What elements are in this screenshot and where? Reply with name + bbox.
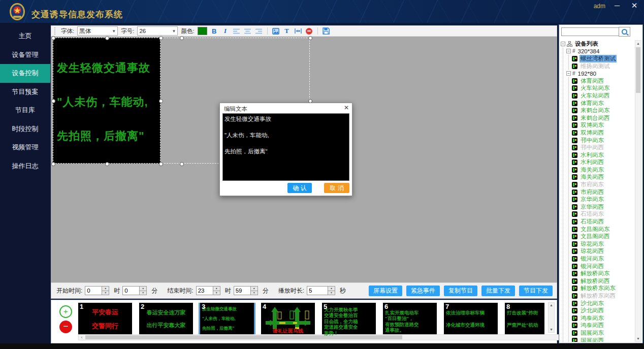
hscroll-thumb[interactable] [85, 335, 402, 339]
device-name[interactable]: 国展岗东 [579, 329, 605, 337]
cancel-button[interactable]: 取 消 [324, 183, 349, 193]
action-button-4[interactable]: 节目下发 [519, 285, 553, 296]
program-thumb-7[interactable]: 7依法治理非标车辆净化城市交通环境 [444, 303, 498, 335]
device-name[interactable]: 琼花岗东 [579, 240, 605, 248]
device-item[interactable]: 水利岗东 [572, 151, 634, 159]
resize-handle[interactable] [308, 36, 312, 40]
spin-up-icon[interactable]: ▲ [251, 287, 257, 291]
scroll-left-icon[interactable]: ‹ [79, 335, 85, 340]
device-name[interactable]: 火车站岗东 [579, 84, 611, 92]
duration-stepper[interactable]: ▲▼ [307, 286, 335, 295]
device-name[interactable]: 水利岗西 [579, 158, 605, 166]
device-item[interactable]: 石塔岗西 [572, 218, 634, 226]
device-name[interactable]: 邗中岗东 [579, 137, 605, 144]
device-item[interactable]: 火车站岗西 [572, 92, 634, 100]
action-button-1[interactable]: 紧急事件 [406, 285, 440, 296]
remove-program-button[interactable]: − [59, 321, 72, 333]
device-name[interactable]: 体育岗东 [579, 100, 605, 107]
device-name[interactable]: 鸿泰岗东 [579, 314, 605, 322]
align-center-icon[interactable] [244, 27, 252, 35]
fit-width-icon[interactable] [294, 27, 302, 35]
device-name[interactable]: 石塔岗东 [579, 210, 605, 218]
spin-down-icon[interactable]: ▼ [251, 291, 257, 295]
resize-handle[interactable] [159, 162, 163, 166]
bold-button[interactable]: B [210, 27, 218, 35]
device-item[interactable]: 沙北岗西 [572, 307, 634, 314]
end-min-input[interactable] [234, 286, 250, 295]
resize-handle[interactable] [180, 36, 184, 40]
device-item[interactable]: 解放桥岗东 [572, 270, 634, 277]
resize-handle[interactable] [159, 99, 163, 103]
device-name[interactable]: 体育岗西 [579, 77, 605, 85]
device-name[interactable]: 来鹤台岗西 [579, 114, 611, 122]
device-item[interactable]: 国展岗东 [572, 329, 634, 337]
scroll-down-icon[interactable]: ▼ [549, 327, 554, 332]
device-item[interactable]: 来鹤台岗东 [572, 107, 634, 114]
device-item[interactable]: 银河岗东 [572, 255, 634, 263]
device-item[interactable]: 邗中岗东 [572, 137, 634, 144]
device-name[interactable]: 文昌阁岗东 [579, 226, 611, 233]
action-button-3[interactable]: 批量下发 [481, 285, 515, 296]
sidebar-item-video-mgmt[interactable]: 视频管理 [0, 138, 50, 157]
spin-up-icon[interactable]: ▲ [213, 287, 220, 291]
italic-button[interactable]: I [221, 27, 230, 35]
resize-handle[interactable] [51, 36, 55, 40]
device-item[interactable]: 水利岗西 [572, 159, 634, 167]
device-item[interactable]: 琼花岗东 [572, 240, 634, 248]
device-name[interactable]: 双博岗东 [579, 121, 605, 129]
program-thumb-2[interactable]: 2春运安全连万家出行平安靠大家 [139, 303, 193, 335]
align-left-icon[interactable] [233, 27, 241, 35]
device-item[interactable]: 市府岗西 [572, 188, 634, 196]
minimize-button[interactable]: ─ [611, 1, 623, 10]
tree-root[interactable]: −设备列表 [561, 40, 634, 48]
device-name[interactable]: 京华岗东 [579, 196, 605, 203]
device-name[interactable]: 解放桥东岗西 [579, 292, 617, 300]
sidebar-item-device-ctrl[interactable]: 设备控制 [0, 64, 50, 83]
duration-input[interactable] [307, 286, 328, 295]
device-name[interactable]: 双博岗西 [579, 129, 605, 137]
end-hour-input[interactable] [196, 286, 213, 295]
device-search-button[interactable] [619, 27, 630, 37]
program-thumb-5[interactable]: 5大力开展秋冬季交通安全整治百日会战，全力稳定道路交通安全形势！ [322, 303, 376, 335]
insert-image-icon[interactable] [272, 27, 280, 35]
device-name[interactable]: 解放桥岗东 [579, 270, 611, 277]
device-item[interactable]: 文昌阁岗西 [572, 233, 634, 240]
thumbnails-vscrollbar[interactable]: ▲ ▼ [548, 302, 555, 333]
scroll-down-icon[interactable]: ▼ [635, 336, 641, 341]
device-name[interactable]: 沙北岗西 [579, 307, 605, 314]
device-item[interactable]: 来鹤台岗西 [572, 114, 634, 122]
device-name[interactable]: 琼花岗西 [579, 247, 605, 255]
end-min-stepper[interactable]: ▲▼ [234, 286, 258, 295]
device-name[interactable]: 银河岗西 [579, 263, 605, 270]
device-item[interactable]: 体育岗西 [572, 77, 634, 85]
device-name[interactable]: 来鹤台岗东 [579, 107, 611, 114]
sidebar-item-op-log[interactable]: 操作日志 [0, 157, 50, 176]
confirm-button[interactable]: 确 认 [287, 183, 312, 193]
device-item[interactable]: 沙北岗东 [572, 300, 634, 307]
device-name[interactable]: 银河岗东 [579, 255, 605, 263]
device-item[interactable]: 银河岗西 [572, 263, 634, 270]
device-name[interactable]: 解放桥东岗东 [579, 284, 617, 292]
device-name[interactable]: 水利岗东 [579, 151, 605, 159]
scroll-up-icon[interactable]: ▲ [549, 303, 554, 308]
tree-group-1[interactable]: −#192*80 [566, 70, 634, 77]
start-hour-input[interactable] [85, 286, 102, 295]
tree-vscrollbar[interactable]: ▲ ▼ [635, 40, 641, 342]
device-item[interactable]: 双博岗东 [572, 122, 634, 130]
spin-up-icon[interactable]: ▲ [102, 287, 109, 291]
add-program-button[interactable]: + [59, 305, 72, 318]
device-name[interactable]: 市府岗西 [579, 188, 605, 196]
user-name[interactable]: adm [594, 3, 605, 10]
action-button-0[interactable]: 屏幕设置 [369, 285, 402, 296]
device-search-input[interactable] [561, 27, 628, 36]
tree-group-0[interactable]: −#320*384 [566, 48, 634, 55]
resize-handle[interactable] [180, 162, 184, 166]
font-size-select[interactable]: 26 ▼ [137, 26, 178, 36]
start-min-stepper[interactable]: ▲▼ [122, 286, 147, 295]
align-right-icon[interactable] [255, 27, 263, 35]
sidebar-item-program-lib[interactable]: 节目库 [0, 101, 50, 120]
resize-handle[interactable] [51, 162, 55, 166]
device-item[interactable]: 鸿泰岗东 [572, 314, 634, 322]
dialog-close-icon[interactable]: ✕ [344, 104, 349, 111]
sidebar-item-home[interactable]: 主页 [0, 27, 50, 46]
